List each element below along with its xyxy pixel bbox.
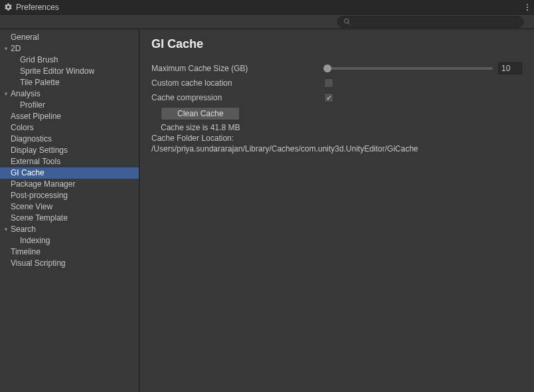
sidebar-item-label: Scene View: [11, 202, 52, 212]
sidebar-item[interactable]: Analysis: [0, 88, 139, 100]
sidebar-item[interactable]: Post-processing: [0, 190, 139, 201]
clean-cache-button[interactable]: Clean Cache: [161, 107, 240, 120]
sidebar-item-label: Asset Pipeline: [11, 112, 61, 122]
sidebar-item[interactable]: Visual Scripting: [0, 258, 139, 269]
sidebar-item-label: Grid Brush: [20, 55, 58, 65]
sidebar-item-label: Scene Template: [11, 213, 68, 223]
sidebar-item[interactable]: Display Settings: [0, 145, 139, 156]
sidebar-item[interactable]: Package Manager: [0, 179, 139, 190]
sidebar-item-label: Indexing: [20, 236, 50, 246]
sidebar-item[interactable]: Profiler: [0, 100, 139, 111]
sidebar-item[interactable]: Scene View: [0, 201, 139, 213]
sidebar-item-label: Diagnostics: [11, 134, 52, 144]
sidebar-item[interactable]: GI Cache: [0, 167, 139, 179]
search-icon: [343, 18, 351, 25]
custom-cache-location-label: Custom cache location: [151, 78, 324, 88]
sidebar-item[interactable]: Colors: [0, 122, 139, 134]
sidebar-item[interactable]: Indexing: [0, 235, 139, 246]
cache-folder-label: Cache Folder Location:: [151, 134, 522, 143]
sidebar-item-label: Package Manager: [11, 179, 75, 189]
max-cache-size-row: Maximum Cache Size (GB): [151, 62, 522, 75]
search-input[interactable]: [353, 18, 517, 26]
search-field[interactable]: [337, 16, 523, 28]
sidebar-item-label: GI Cache: [11, 168, 44, 178]
sidebar-item-label: External Tools: [11, 157, 60, 167]
sidebar-item[interactable]: 2D: [0, 43, 139, 54]
cache-compression-checkbox[interactable]: [324, 93, 333, 102]
sidebar-item-label: Visual Scripting: [11, 258, 66, 268]
max-cache-size-label: Maximum Cache Size (GB): [151, 64, 324, 73]
titlebar: Preferences: [0, 0, 534, 15]
custom-cache-location-row: Custom cache location: [151, 76, 522, 90]
sidebar: General2DGrid BrushSprite Editor WindowT…: [0, 29, 139, 392]
sidebar-item[interactable]: Search: [0, 224, 139, 235]
sidebar-item-label: Timeline: [11, 247, 41, 257]
sidebar-item[interactable]: Grid Brush: [0, 54, 139, 66]
sidebar-item-label: Search: [11, 225, 36, 235]
gear-icon: [4, 3, 13, 11]
sidebar-item[interactable]: Timeline: [0, 246, 139, 258]
sidebar-item-label: Sprite Editor Window: [20, 66, 94, 76]
sidebar-item-label: Profiler: [20, 100, 45, 110]
panel-title: GI Cache: [151, 37, 522, 51]
sidebar-item-label: Post-processing: [11, 191, 68, 201]
svg-point-0: [344, 19, 348, 23]
sidebar-item-label: Display Settings: [11, 146, 68, 155]
sidebar-item-label: 2D: [11, 44, 21, 54]
slider-thumb[interactable]: [323, 64, 331, 72]
sidebar-item[interactable]: Asset Pipeline: [0, 111, 139, 122]
sidebar-item[interactable]: Sprite Editor Window: [0, 66, 139, 77]
sidebar-item-label: Colors: [11, 123, 34, 133]
sidebar-item[interactable]: General: [0, 32, 139, 43]
cache-size-text: Cache size is 41.8 MB: [161, 123, 522, 132]
sidebar-item[interactable]: Scene Template: [0, 213, 139, 224]
cache-folder-path: /Users/priya.sundararajan/Library/Caches…: [151, 144, 522, 153]
cache-compression-label: Cache compression: [151, 93, 324, 102]
sidebar-item-label: General: [11, 33, 39, 43]
custom-cache-location-checkbox[interactable]: [324, 78, 333, 88]
max-cache-size-input[interactable]: [498, 62, 522, 74]
cache-compression-row: Cache compression: [151, 91, 522, 104]
svg-line-1: [348, 23, 350, 25]
sidebar-item-label: Analysis: [11, 89, 41, 99]
sidebar-item[interactable]: Diagnostics: [0, 134, 139, 145]
sidebar-item-label: Tile Palette: [20, 78, 60, 88]
toolbar: [0, 15, 534, 29]
kebab-menu-icon[interactable]: [525, 2, 530, 13]
content-panel: GI Cache Maximum Cache Size (GB) Custom …: [139, 29, 534, 392]
sidebar-item[interactable]: Tile Palette: [0, 77, 139, 88]
max-cache-size-slider[interactable]: [324, 67, 493, 70]
sidebar-item[interactable]: External Tools: [0, 156, 139, 167]
window-title: Preferences: [16, 3, 525, 12]
